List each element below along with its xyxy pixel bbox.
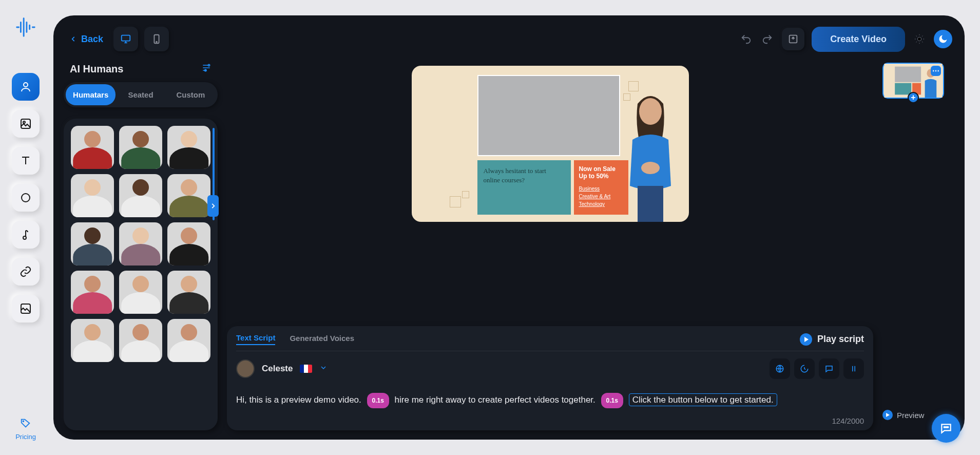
avatar-thumb[interactable]	[119, 174, 162, 217]
sidebar-title: AI Humans	[70, 63, 123, 75]
char-count: 124/2000	[236, 413, 864, 425]
svg-rect-21	[895, 83, 911, 95]
svg-point-9	[156, 42, 157, 43]
svg-point-25	[946, 427, 947, 428]
svg-point-0	[24, 83, 28, 87]
avatar-thumb[interactable]	[167, 319, 210, 362]
canvas-preview[interactable]: Always hesitant to start online courses?…	[412, 66, 689, 222]
script-textarea[interactable]: Hi, this is a preview demo video. 0.1s h…	[236, 386, 864, 413]
avatar-thumb[interactable]	[167, 222, 210, 266]
comment-button[interactable]	[819, 358, 839, 379]
svg-point-11	[917, 37, 921, 41]
avatar-thumb[interactable]	[71, 319, 114, 362]
language-button[interactable]	[770, 358, 790, 379]
export-button[interactable]	[782, 28, 804, 50]
selected-text[interactable]: Click the button below to get started.	[629, 393, 777, 406]
rail-text-button[interactable]	[12, 147, 40, 175]
avatar-thumb[interactable]	[71, 222, 114, 266]
svg-rect-1	[21, 119, 30, 128]
svg-point-2	[23, 121, 25, 123]
avatar-thumb[interactable]	[119, 319, 162, 362]
avatar-thumb[interactable]	[119, 271, 162, 314]
avatar-thumb[interactable]	[167, 271, 210, 314]
rail-music-button[interactable]	[12, 221, 40, 249]
avatar-thumb[interactable]	[71, 174, 114, 217]
svg-point-26	[947, 427, 948, 428]
avatar-type-tabs: Humatars Seated Custom	[64, 82, 218, 107]
create-video-button[interactable]: Create Video	[812, 27, 905, 52]
speed-button[interactable]	[794, 358, 815, 379]
svg-point-15	[639, 98, 662, 125]
light-theme-button[interactable]	[912, 32, 927, 46]
chat-support-button[interactable]	[932, 414, 960, 443]
mobile-view-button[interactable]	[144, 27, 169, 51]
play-script-button[interactable]: Play script	[800, 333, 864, 346]
rail-shape-button[interactable]	[12, 184, 40, 212]
main-panel: Back Create Video AI Humans Humatars Se	[53, 15, 965, 440]
avatar-thumb[interactable]	[167, 126, 210, 169]
avatar-thumb[interactable]	[71, 271, 114, 314]
rail-link-button[interactable]	[12, 258, 40, 286]
pricing-icon[interactable]	[20, 418, 31, 431]
rail-humans-button[interactable]	[12, 73, 40, 101]
scenes-column: ⋯ + Preview	[882, 61, 954, 430]
tab-custom[interactable]: Custom	[166, 84, 216, 105]
avatar-thumb[interactable]	[71, 126, 114, 169]
sidebar-collapse-button[interactable]	[207, 195, 219, 217]
dark-theme-button[interactable]	[934, 30, 952, 48]
pause-insert-button[interactable]	[843, 358, 864, 379]
sidebar: AI Humans Humatars Seated Custom	[64, 61, 218, 430]
avatar-grid-card	[64, 119, 218, 430]
avatar-thumb[interactable]	[119, 126, 162, 169]
pricing-label[interactable]: Pricing	[15, 433, 36, 441]
svg-rect-7	[122, 35, 130, 41]
svg-rect-20	[895, 67, 921, 82]
svg-point-6	[23, 421, 24, 422]
rail-image-button[interactable]	[12, 110, 40, 138]
canvas-image-placeholder[interactable]	[477, 75, 620, 156]
avatar-thumb[interactable]	[119, 222, 162, 266]
play-icon	[882, 410, 893, 420]
undo-button[interactable]	[739, 32, 753, 46]
pause-chip[interactable]: 0.1s	[601, 393, 623, 408]
redo-button[interactable]	[760, 32, 775, 46]
back-label: Back	[81, 34, 103, 45]
svg-point-24	[944, 427, 945, 428]
svg-point-12	[208, 64, 209, 66]
topbar: Back Create Video	[66, 25, 952, 53]
back-button[interactable]: Back	[66, 34, 107, 45]
canvas-teal-box[interactable]: Always hesitant to start online courses?	[477, 160, 571, 215]
avatar-thumb[interactable]	[167, 174, 210, 217]
svg-point-3	[22, 194, 30, 202]
voice-name: Celeste	[262, 364, 293, 374]
france-flag-icon	[300, 365, 312, 373]
canvas-avatar[interactable]	[612, 83, 689, 222]
scene-thumb-1[interactable]: ⋯ +	[882, 63, 944, 99]
add-scene-button[interactable]: +	[908, 92, 919, 103]
voice-dropdown-button[interactable]	[319, 364, 328, 374]
tab-generated-voices[interactable]: Generated Voices	[290, 334, 354, 345]
svg-point-4	[23, 236, 26, 239]
rail-media-button[interactable]	[12, 295, 40, 323]
center-column: Always hesitant to start online courses?…	[227, 61, 873, 430]
filter-button[interactable]	[201, 63, 212, 75]
tab-text-script[interactable]: Text Script	[236, 333, 275, 345]
app-logo	[14, 15, 37, 39]
svg-rect-16	[638, 186, 663, 222]
script-panel: Text Script Generated Voices Play script…	[227, 326, 873, 430]
voice-avatar[interactable]	[236, 359, 255, 378]
tab-seated[interactable]: Seated	[116, 84, 165, 105]
tab-humatars[interactable]: Humatars	[66, 84, 116, 105]
play-icon	[800, 333, 812, 346]
left-rail: Pricing	[0, 0, 51, 455]
desktop-view-button[interactable]	[113, 27, 138, 51]
scene-menu-button[interactable]: ⋯	[931, 66, 941, 76]
pause-chip[interactable]: 0.1s	[367, 393, 389, 408]
svg-point-17	[641, 162, 660, 174]
